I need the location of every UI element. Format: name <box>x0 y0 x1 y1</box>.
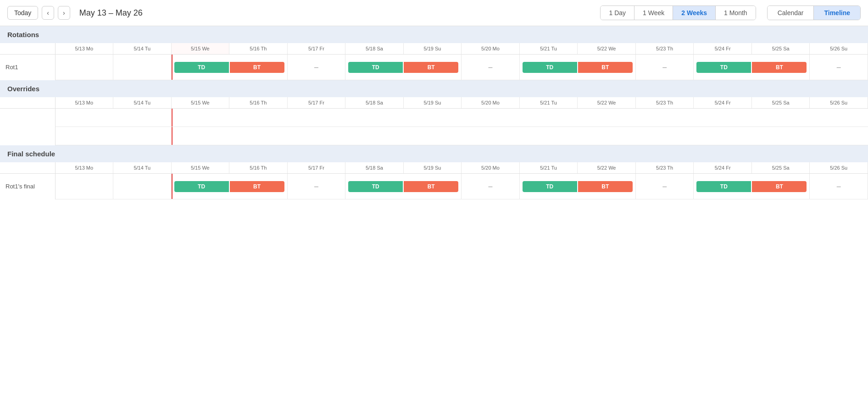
rot1-td-1[interactable]: TD <box>174 62 229 73</box>
fs-day-2: 5/15 We <box>171 162 229 174</box>
fs-day-5: 5/18 Sa <box>345 162 404 174</box>
rot1-event-3[interactable]: TD BT <box>520 58 635 77</box>
fs-td-3[interactable]: TD <box>523 181 577 192</box>
ov-day-10: 5/23 Th <box>635 97 694 109</box>
overrides-header-row: 5/13 Mo 5/14 Tu 5/15 We 5/16 Th 5/17 Fr … <box>0 97 868 145</box>
day-header-6: 5/19 Su <box>403 43 462 55</box>
rot1-event-2[interactable]: TD BT <box>345 58 461 77</box>
fs-cell-5-6[interactable]: TD BT <box>345 174 462 199</box>
fs-cell-2-3[interactable]: TD BT <box>171 174 287 199</box>
rot1-bt-4[interactable]: BT <box>752 62 807 73</box>
day-header-11: 5/24 Fr <box>694 43 752 55</box>
rot1-cell-1 <box>113 55 172 80</box>
fs-bt-3[interactable]: BT <box>578 181 633 192</box>
rot1-label: Rot1 <box>0 55 55 80</box>
day-header-13: 5/26 Su <box>810 43 868 55</box>
rot1-cell-2-3[interactable]: TD BT <box>171 55 287 80</box>
final-header-row: 5/13 Mo 5/14 Tu 5/15 We 5/16 Th 5/17 Fr … <box>0 162 868 199</box>
fs-day-9: 5/22 We <box>578 162 636 174</box>
day-header-8: 5/21 Tu <box>519 43 578 55</box>
fs-event-1[interactable]: TD BT <box>172 177 287 196</box>
rot1-cell-4-dash: – <box>287 55 345 80</box>
today-line-rot1 <box>172 55 172 80</box>
prev-button[interactable]: ‹ <box>42 6 54 20</box>
fs-cell-11-12[interactable]: TD BT <box>694 174 810 199</box>
rot1-bt-2[interactable]: BT <box>404 62 458 73</box>
fs-day-8: 5/21 Tu <box>519 162 578 174</box>
rot1-cell-13-dash: – <box>810 55 868 80</box>
rot1-cell-11-12[interactable]: TD BT <box>694 55 810 80</box>
fs-event-3[interactable]: TD BT <box>520 177 635 196</box>
section-final: Final schedule <box>0 145 868 162</box>
rot1-td-4[interactable]: TD <box>696 62 751 73</box>
overrides-empty-row-2 <box>0 127 868 145</box>
rot1-cell-8-9[interactable]: TD BT <box>519 55 635 80</box>
fs-day-0: 5/13 Mo <box>55 162 113 174</box>
day-header-2-today: 5/15 We <box>171 43 229 55</box>
ov-day-11: 5/24 Fr <box>694 97 752 109</box>
day-header-4: 5/17 Fr <box>287 43 345 55</box>
fs-day-6: 5/19 Su <box>403 162 462 174</box>
fs-td-1[interactable]: TD <box>174 181 229 192</box>
day-header-1: 5/14 Tu <box>113 43 172 55</box>
fs-day-1: 5/14 Tu <box>113 162 172 174</box>
rot1final-label: Rot1's final <box>0 174 55 199</box>
fs-bt-2[interactable]: BT <box>404 181 458 192</box>
rot1-bt-3[interactable]: BT <box>578 62 633 73</box>
fs-day-10: 5/23 Th <box>635 162 694 174</box>
ov-day-9: 5/22 We <box>578 97 636 109</box>
rot1-td-2[interactable]: TD <box>348 62 403 73</box>
fs-cell-13-dash: – <box>810 174 868 199</box>
day-header-9: 5/22 We <box>578 43 636 55</box>
rot1-event-4[interactable]: TD BT <box>694 58 809 77</box>
mode-timeline[interactable]: Timeline <box>814 6 860 20</box>
section-overrides: Overrides <box>0 80 868 97</box>
today-button[interactable]: Today <box>7 6 38 20</box>
calendar-body: Rotations 5/13 Mo 5/14 Tu 5/15 We 5/16 T… <box>0 26 868 199</box>
fs-day-4: 5/17 Fr <box>287 162 345 174</box>
rot1-bt-1[interactable]: BT <box>230 62 284 73</box>
view-1month[interactable]: 1 Month <box>716 6 756 20</box>
rot1-cell-0 <box>55 55 113 80</box>
fs-day-13: 5/26 Su <box>810 162 868 174</box>
rot1-td-3[interactable]: TD <box>523 62 577 73</box>
view-2weeks[interactable]: 2 Weeks <box>673 6 716 20</box>
fs-day-12: 5/25 Sa <box>751 162 810 174</box>
fs-cell-4-dash: – <box>287 174 345 199</box>
mode-calendar[interactable]: Calendar <box>768 6 814 20</box>
today-line-fs <box>172 174 172 199</box>
day-header-0: 5/13 Mo <box>55 43 113 55</box>
next-button[interactable]: › <box>58 6 70 20</box>
view-1day[interactable]: 1 Day <box>601 6 634 20</box>
mode-group: Calendar Timeline <box>767 6 861 20</box>
fs-td-4[interactable]: TD <box>696 181 751 192</box>
date-range: May 13 – May 26 <box>79 8 143 18</box>
fs-cell-10-dash: – <box>635 174 694 199</box>
rot1-cell-10-dash: – <box>635 55 694 80</box>
rotations-header-row: 5/13 Mo 5/14 Tu 5/15 We 5/16 Th 5/17 Fr … <box>0 43 868 80</box>
fs-bt-1[interactable]: BT <box>230 181 284 192</box>
rot1final-row: Rot1's final TD BT – T <box>0 174 868 199</box>
fs-td-2[interactable]: TD <box>348 181 403 192</box>
rot1-cell-5-6[interactable]: TD BT <box>345 55 462 80</box>
fs-event-4[interactable]: TD BT <box>694 177 809 196</box>
ov-day-2: 5/15 We <box>171 97 229 109</box>
fs-day-3: 5/16 Th <box>229 162 288 174</box>
ov-day-1: 5/14 Tu <box>113 97 172 109</box>
view-1week[interactable]: 1 Week <box>634 6 673 20</box>
rot1-cell-7-dash: – <box>462 55 520 80</box>
today-line-ov-1 <box>172 109 172 127</box>
fs-event-2[interactable]: TD BT <box>345 177 461 196</box>
rot1-event-1[interactable]: TD BT <box>172 58 287 77</box>
day-header-5: 5/18 Sa <box>345 43 404 55</box>
section-rotations: Rotations <box>0 26 868 43</box>
overrides-empty-row-1 <box>0 109 868 127</box>
fs-cell-0 <box>55 174 113 199</box>
ov-day-3: 5/16 Th <box>229 97 288 109</box>
fs-bt-4[interactable]: BT <box>752 181 807 192</box>
day-header-10: 5/23 Th <box>635 43 694 55</box>
fs-cell-8-9[interactable]: TD BT <box>519 174 635 199</box>
ov-day-13: 5/26 Su <box>810 97 868 109</box>
fs-day-7: 5/20 Mo <box>462 162 520 174</box>
ov-day-0: 5/13 Mo <box>55 97 113 109</box>
